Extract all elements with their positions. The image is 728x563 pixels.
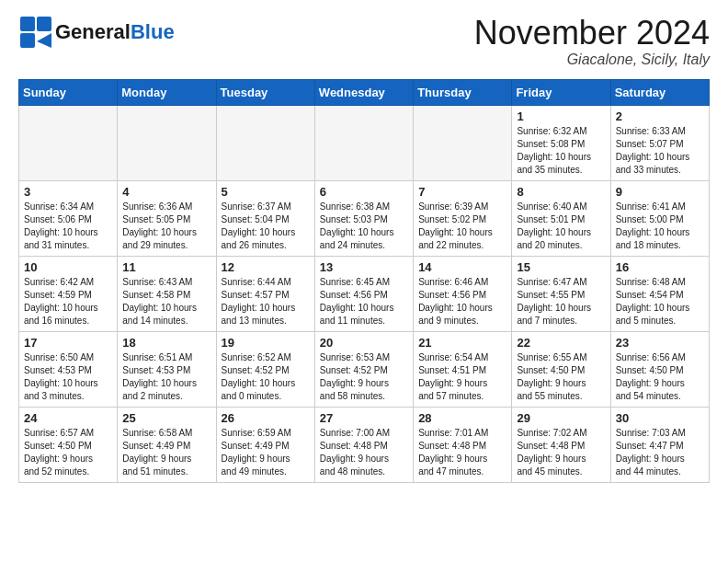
day-number: 10 — [24, 260, 112, 274]
day-info: Sunrise: 6:46 AM Sunset: 4:56 PM Dayligh… — [418, 276, 506, 327]
calendar-cell: 11Sunrise: 6:43 AM Sunset: 4:58 PM Dayli… — [118, 256, 216, 331]
calendar-cell: 1Sunrise: 6:32 AM Sunset: 5:08 PM Daylig… — [512, 105, 610, 180]
calendar-cell: 13Sunrise: 6:45 AM Sunset: 4:56 PM Dayli… — [314, 256, 413, 331]
calendar-cell: 21Sunrise: 6:54 AM Sunset: 4:51 PM Dayli… — [414, 331, 512, 407]
svg-rect-1 — [37, 17, 51, 31]
page: GeneralBlue November 2024 Giacalone, Sic… — [0, 0, 728, 501]
logo-icon — [18, 15, 53, 50]
calendar-cell: 18Sunrise: 6:51 AM Sunset: 4:53 PM Dayli… — [118, 331, 216, 407]
day-number: 20 — [320, 336, 408, 350]
calendar-header-row: SundayMondayTuesdayWednesdayThursdayFrid… — [19, 79, 710, 105]
day-info: Sunrise: 6:59 AM Sunset: 4:49 PM Dayligh… — [222, 427, 310, 478]
calendar-cell: 19Sunrise: 6:52 AM Sunset: 4:52 PM Dayli… — [216, 331, 314, 407]
svg-marker-3 — [37, 33, 51, 48]
calendar-cell: 16Sunrise: 6:48 AM Sunset: 4:54 PM Dayli… — [610, 256, 709, 331]
title-block: November 2024 Giacalone, Sicily, Italy — [474, 15, 710, 68]
day-number: 23 — [616, 336, 704, 350]
day-number: 5 — [222, 185, 310, 199]
day-info: Sunrise: 6:45 AM Sunset: 4:56 PM Dayligh… — [320, 276, 408, 327]
day-header-sunday: Sunday — [19, 79, 118, 105]
calendar-table: SundayMondayTuesdayWednesdayThursdayFrid… — [18, 79, 710, 483]
calendar-cell: 28Sunrise: 7:01 AM Sunset: 4:48 PM Dayli… — [414, 407, 512, 482]
day-header-thursday: Thursday — [414, 79, 512, 105]
calendar-cell — [216, 105, 314, 180]
day-info: Sunrise: 6:38 AM Sunset: 5:03 PM Dayligh… — [320, 201, 408, 252]
logo-text: GeneralBlue — [55, 22, 175, 42]
day-number: 26 — [222, 411, 310, 425]
day-info: Sunrise: 6:57 AM Sunset: 4:50 PM Dayligh… — [24, 427, 112, 478]
day-header-saturday: Saturday — [610, 79, 709, 105]
day-info: Sunrise: 6:43 AM Sunset: 4:58 PM Dayligh… — [122, 276, 210, 327]
calendar-week-4: 24Sunrise: 6:57 AM Sunset: 4:50 PM Dayli… — [19, 407, 710, 482]
calendar-cell: 30Sunrise: 7:03 AM Sunset: 4:47 PM Dayli… — [610, 407, 709, 482]
day-header-friday: Friday — [512, 79, 610, 105]
svg-rect-2 — [20, 33, 35, 48]
day-info: Sunrise: 6:40 AM Sunset: 5:01 PM Dayligh… — [517, 201, 605, 252]
day-number: 22 — [517, 336, 605, 350]
day-info: Sunrise: 6:55 AM Sunset: 4:50 PM Dayligh… — [517, 351, 605, 403]
day-info: Sunrise: 6:33 AM Sunset: 5:07 PM Dayligh… — [616, 125, 704, 177]
svg-rect-0 — [20, 17, 35, 31]
day-info: Sunrise: 6:42 AM Sunset: 4:59 PM Dayligh… — [24, 276, 112, 327]
day-number: 13 — [320, 260, 408, 274]
day-info: Sunrise: 6:58 AM Sunset: 4:49 PM Dayligh… — [122, 427, 210, 478]
day-number: 1 — [517, 109, 605, 123]
day-number: 18 — [122, 336, 210, 350]
day-info: Sunrise: 6:34 AM Sunset: 5:06 PM Dayligh… — [24, 201, 112, 252]
calendar-cell: 10Sunrise: 6:42 AM Sunset: 4:59 PM Dayli… — [19, 256, 118, 331]
calendar-week-2: 10Sunrise: 6:42 AM Sunset: 4:59 PM Dayli… — [19, 256, 710, 331]
day-info: Sunrise: 6:39 AM Sunset: 5:02 PM Dayligh… — [418, 201, 506, 252]
day-number: 9 — [616, 185, 704, 199]
day-number: 4 — [122, 185, 210, 199]
calendar-cell: 8Sunrise: 6:40 AM Sunset: 5:01 PM Daylig… — [512, 180, 610, 256]
calendar-cell: 4Sunrise: 6:36 AM Sunset: 5:05 PM Daylig… — [118, 180, 216, 256]
day-number: 21 — [418, 336, 506, 350]
day-number: 12 — [222, 260, 310, 274]
location: Giacalone, Sicily, Italy — [474, 52, 710, 68]
day-number: 6 — [320, 185, 408, 199]
header: GeneralBlue November 2024 Giacalone, Sic… — [18, 15, 710, 68]
day-header-tuesday: Tuesday — [216, 79, 314, 105]
calendar-cell — [314, 105, 413, 180]
day-number: 16 — [616, 260, 704, 274]
calendar-cell: 15Sunrise: 6:47 AM Sunset: 4:55 PM Dayli… — [512, 256, 610, 331]
day-number: 2 — [616, 109, 704, 123]
day-number: 30 — [616, 411, 704, 425]
day-info: Sunrise: 7:02 AM Sunset: 4:48 PM Dayligh… — [517, 427, 605, 478]
day-info: Sunrise: 6:50 AM Sunset: 4:53 PM Dayligh… — [24, 351, 112, 403]
calendar-cell: 9Sunrise: 6:41 AM Sunset: 5:00 PM Daylig… — [610, 180, 709, 256]
calendar-cell: 29Sunrise: 7:02 AM Sunset: 4:48 PM Dayli… — [512, 407, 610, 482]
calendar-cell: 12Sunrise: 6:44 AM Sunset: 4:57 PM Dayli… — [216, 256, 314, 331]
day-info: Sunrise: 7:03 AM Sunset: 4:47 PM Dayligh… — [616, 427, 704, 478]
calendar-cell: 27Sunrise: 7:00 AM Sunset: 4:48 PM Dayli… — [314, 407, 413, 482]
day-number: 24 — [24, 411, 112, 425]
day-number: 19 — [222, 336, 310, 350]
day-number: 17 — [24, 336, 112, 350]
calendar-week-3: 17Sunrise: 6:50 AM Sunset: 4:53 PM Dayli… — [19, 331, 710, 407]
day-info: Sunrise: 6:37 AM Sunset: 5:04 PM Dayligh… — [222, 201, 310, 252]
calendar-cell: 20Sunrise: 6:53 AM Sunset: 4:52 PM Dayli… — [314, 331, 413, 407]
day-info: Sunrise: 6:36 AM Sunset: 5:05 PM Dayligh… — [122, 201, 210, 252]
day-info: Sunrise: 6:51 AM Sunset: 4:53 PM Dayligh… — [122, 351, 210, 403]
day-header-monday: Monday — [118, 79, 216, 105]
calendar-week-1: 3Sunrise: 6:34 AM Sunset: 5:06 PM Daylig… — [19, 180, 710, 256]
day-number: 7 — [418, 185, 506, 199]
day-info: Sunrise: 6:41 AM Sunset: 5:00 PM Dayligh… — [616, 201, 704, 252]
calendar-cell — [414, 105, 512, 180]
day-number: 8 — [517, 185, 605, 199]
calendar-cell: 14Sunrise: 6:46 AM Sunset: 4:56 PM Dayli… — [414, 256, 512, 331]
day-info: Sunrise: 6:53 AM Sunset: 4:52 PM Dayligh… — [320, 351, 408, 403]
calendar-cell: 5Sunrise: 6:37 AM Sunset: 5:04 PM Daylig… — [216, 180, 314, 256]
day-info: Sunrise: 6:56 AM Sunset: 4:50 PM Dayligh… — [616, 351, 704, 403]
day-number: 29 — [517, 411, 605, 425]
calendar-week-0: 1Sunrise: 6:32 AM Sunset: 5:08 PM Daylig… — [19, 105, 710, 180]
calendar-cell: 23Sunrise: 6:56 AM Sunset: 4:50 PM Dayli… — [610, 331, 709, 407]
day-number: 27 — [320, 411, 408, 425]
day-number: 25 — [122, 411, 210, 425]
calendar-cell: 17Sunrise: 6:50 AM Sunset: 4:53 PM Dayli… — [19, 331, 118, 407]
day-info: Sunrise: 7:00 AM Sunset: 4:48 PM Dayligh… — [320, 427, 408, 478]
day-info: Sunrise: 6:48 AM Sunset: 4:54 PM Dayligh… — [616, 276, 704, 327]
day-info: Sunrise: 6:32 AM Sunset: 5:08 PM Dayligh… — [517, 125, 605, 177]
day-number: 11 — [122, 260, 210, 274]
calendar-cell: 7Sunrise: 6:39 AM Sunset: 5:02 PM Daylig… — [414, 180, 512, 256]
